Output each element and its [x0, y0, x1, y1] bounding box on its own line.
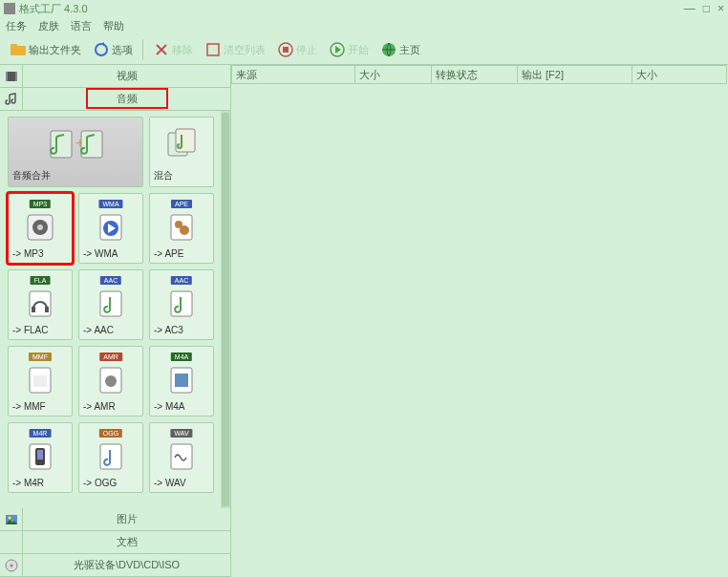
- badge-aac: AAC: [100, 276, 121, 285]
- badge-fla: FLA: [31, 276, 51, 285]
- category-video[interactable]: 视频: [0, 65, 230, 88]
- svg-point-44: [8, 516, 11, 519]
- folder-icon: [10, 41, 27, 58]
- titlebar: 格式工厂 4.3.0 — □ ×: [0, 0, 728, 17]
- file-list[interactable]: [231, 84, 728, 577]
- badge-mmf: MMF: [29, 353, 52, 361]
- play-icon: [329, 41, 346, 58]
- svg-rect-37: [175, 374, 188, 387]
- format-audio-merge[interactable]: + 音频合并: [8, 117, 143, 187]
- format-amr[interactable]: AMR -> AMR: [78, 346, 143, 417]
- close-button[interactable]: ×: [717, 2, 724, 15]
- col-output[interactable]: 输出 [F2]: [518, 65, 632, 84]
- svg-point-2: [96, 44, 107, 55]
- refresh-icon: [93, 41, 110, 58]
- svg-point-26: [180, 225, 189, 235]
- clear-list-button[interactable]: 清空列表: [201, 39, 269, 60]
- format-wma[interactable]: WMA -> WMA: [78, 193, 143, 264]
- video-icon: [5, 70, 18, 83]
- svg-rect-42: [171, 444, 192, 469]
- badge-ape: APE: [171, 200, 192, 208]
- svg-rect-28: [32, 307, 35, 312]
- picture-icon: [5, 513, 18, 526]
- format-ape[interactable]: APE -> APE: [149, 193, 214, 264]
- start-button[interactable]: 开始: [325, 39, 373, 60]
- format-mp3[interactable]: MP3 -> MP3: [8, 193, 73, 264]
- disc-icon: [5, 559, 18, 572]
- format-mix[interactable]: 混合: [149, 117, 214, 187]
- menu-lang[interactable]: 语言: [71, 19, 92, 33]
- column-headers: 来源 大小 转换状态 输出 [F2] 大小: [231, 65, 728, 84]
- svg-rect-40: [37, 450, 43, 459]
- badge-mp3: MP3: [30, 200, 51, 208]
- clear-icon: [204, 41, 222, 58]
- format-m4r[interactable]: M4R -> M4R: [8, 422, 73, 493]
- left-panel: 视频 音频 + 音频合并 混合 MP3 -> MP3: [0, 65, 231, 577]
- format-flac[interactable]: FLA -> FLAC: [8, 269, 73, 340]
- col-outsize[interactable]: 大小: [632, 65, 727, 84]
- svg-point-35: [105, 375, 117, 387]
- menubar: 任务 皮肤 语言 帮助: [0, 17, 728, 35]
- badge-ogg: OGG: [99, 429, 122, 438]
- svg-point-46: [10, 564, 12, 566]
- format-aac[interactable]: AAC -> AAC: [78, 269, 143, 340]
- menu-help[interactable]: 帮助: [103, 19, 124, 33]
- svg-rect-29: [45, 307, 49, 312]
- menu-task[interactable]: 任务: [6, 19, 27, 33]
- category-document[interactable]: 文档: [0, 531, 230, 554]
- format-m4a[interactable]: M4A -> M4A: [149, 346, 214, 417]
- remove-icon: [153, 41, 170, 58]
- badge-wav: WAV: [170, 429, 192, 438]
- output-folder-button[interactable]: 输出文件夹: [6, 39, 85, 60]
- scrollbar-thumb[interactable]: [222, 113, 229, 506]
- formats-grid: + 音频合并 混合 MP3 -> MP3 WMA -> WMA APE: [0, 111, 221, 508]
- category-picture[interactable]: 图片: [0, 508, 230, 531]
- stop-icon: [277, 41, 294, 58]
- svg-rect-7: [283, 47, 289, 53]
- badge-aac2: AAC: [171, 276, 192, 285]
- format-ac3[interactable]: AAC -> AC3: [149, 269, 214, 340]
- stop-button[interactable]: 停止: [273, 39, 321, 60]
- svg-rect-33: [33, 375, 47, 387]
- home-button[interactable]: 主页: [376, 39, 424, 60]
- badge-m4a: M4A: [171, 353, 192, 361]
- app-title: 格式工厂 4.3.0: [19, 2, 684, 16]
- svg-rect-5: [207, 44, 219, 55]
- remove-button[interactable]: 移除: [149, 39, 197, 60]
- col-status[interactable]: 转换状态: [432, 65, 518, 84]
- format-ogg[interactable]: OGG -> OGG: [78, 422, 143, 493]
- svg-rect-12: [6, 72, 8, 81]
- col-source[interactable]: 来源: [231, 65, 355, 84]
- svg-rect-13: [15, 72, 17, 81]
- maximize-button[interactable]: □: [703, 2, 710, 15]
- col-size[interactable]: 大小: [355, 65, 432, 84]
- svg-rect-1: [11, 44, 17, 48]
- svg-rect-27: [30, 291, 51, 316]
- globe-icon: [380, 41, 397, 58]
- menu-skin[interactable]: 皮肤: [38, 19, 59, 33]
- mix-icon: [154, 121, 209, 167]
- minimize-button[interactable]: —: [684, 2, 696, 15]
- svg-point-21: [37, 224, 43, 230]
- category-audio[interactable]: 音频: [0, 88, 230, 111]
- formats-scrollbar[interactable]: [221, 111, 230, 508]
- app-icon: [4, 3, 15, 14]
- merge-icon: +: [12, 121, 139, 167]
- format-mmf[interactable]: MMF -> MMF: [8, 346, 73, 417]
- format-wav[interactable]: WAV -> WAV: [149, 422, 214, 493]
- toolbar: 输出文件夹 选项 移除 清空列表 停止 开始 主页: [0, 35, 728, 65]
- badge-amr: AMR: [99, 353, 122, 361]
- options-button[interactable]: 选项: [89, 39, 137, 60]
- badge-m4r: M4R: [30, 429, 52, 438]
- separator: [142, 39, 143, 60]
- right-panel: 来源 大小 转换状态 输出 [F2] 大小: [231, 65, 728, 577]
- music-icon: [5, 93, 18, 106]
- badge-wma: WMA: [98, 200, 122, 208]
- category-drive[interactable]: 光驱设备\DVD\CD\ISO: [0, 554, 230, 577]
